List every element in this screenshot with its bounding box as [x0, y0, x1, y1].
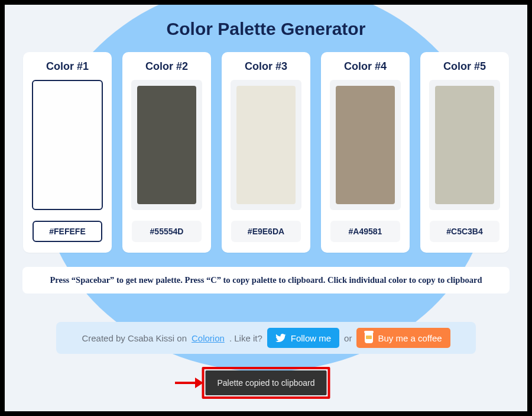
color-hex-chip[interactable]: #E9E6DA — [231, 221, 301, 242]
coffee-cup-icon — [365, 333, 373, 343]
color-card: Color #2#55554D — [122, 52, 211, 253]
color-hex-chip[interactable]: #FEFEFE — [33, 221, 102, 242]
annotation-highlight: Palette copied to clipboard — [202, 367, 330, 399]
toast-message: Palette copied to clipboard — [206, 370, 327, 395]
color-card: Color #4#A49581 — [321, 52, 410, 253]
color-swatch-wrap — [231, 80, 301, 210]
color-hex-chip[interactable]: #C5C3B4 — [430, 221, 499, 242]
color-card-title: Color #5 — [443, 60, 486, 73]
footer-created-by: Created by Csaba Kissi on — [82, 333, 187, 343]
buy-coffee-button[interactable]: Buy me a coffee — [356, 328, 450, 348]
color-hex-chip[interactable]: #A49581 — [330, 221, 400, 242]
follow-button[interactable]: Follow me — [267, 328, 339, 348]
buy-coffee-label: Buy me a coffee — [378, 333, 442, 343]
color-card: Color #5#C5C3B4 — [420, 52, 509, 253]
color-hex-chip[interactable]: #55554D — [132, 221, 202, 242]
color-swatch-wrap — [429, 80, 500, 210]
color-card-title: Color #2 — [145, 60, 188, 73]
color-card-title: Color #1 — [46, 60, 89, 73]
color-card-title: Color #3 — [245, 60, 287, 73]
footer-or: or — [344, 333, 352, 343]
annotation-arrow — [175, 378, 203, 388]
color-swatch-wrap — [330, 80, 401, 210]
color-swatch[interactable] — [236, 86, 296, 204]
footer-bar: Created by Csaba Kissi on Colorion . Lik… — [56, 322, 476, 354]
color-swatch-wrap — [32, 80, 103, 210]
page-title: Color Palette Generator — [167, 19, 366, 39]
color-swatch[interactable] — [137, 86, 196, 204]
color-card: Color #3#E9E6DA — [222, 52, 310, 253]
color-swatch-wrap — [131, 80, 202, 210]
colorion-link[interactable]: Colorion — [192, 333, 225, 343]
color-card: Color #1#FEFEFE — [23, 52, 112, 253]
footer-like-it: . Like it? — [229, 333, 262, 343]
color-swatch[interactable] — [336, 86, 395, 204]
instructions-bar: Press “Spacebar” to get new palette. Pre… — [22, 267, 510, 294]
palette-cards: Color #1#FEFEFEColor #2#55554DColor #3#E… — [22, 52, 510, 253]
color-card-title: Color #4 — [344, 60, 387, 73]
color-swatch[interactable] — [435, 86, 494, 204]
follow-button-label: Follow me — [291, 333, 331, 343]
twitter-icon — [275, 333, 286, 343]
color-swatch[interactable] — [32, 80, 103, 210]
